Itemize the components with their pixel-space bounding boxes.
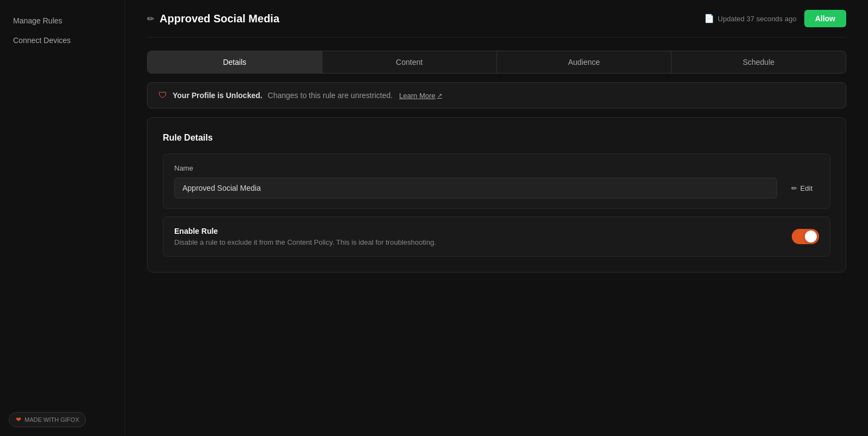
sidebar: Manage Rules Connect Devices (0, 0, 125, 436)
allow-button[interactable]: Allow (804, 10, 846, 27)
enable-rule-left: Enable Rule Disable a rule to exclude it… (174, 227, 436, 246)
page-header: ✏ Approved Social Media 📄 Updated 37 sec… (147, 0, 846, 38)
unlock-icon: 🛡 (158, 90, 167, 100)
learn-more-link[interactable]: Learn More ↗ (399, 92, 442, 100)
profile-unlocked-banner: 🛡 Your Profile is Unlocked. Changes to t… (147, 82, 846, 108)
tab-schedule[interactable]: Schedule (671, 51, 846, 73)
doc-icon: 📄 (704, 14, 714, 23)
updated-text-label: Updated 37 seconds ago (718, 15, 797, 23)
updated-status: 📄 Updated 37 seconds ago (704, 14, 797, 23)
banner-sub-text: Changes to this rule are unrestricted. (268, 91, 393, 100)
edit-name-button[interactable]: ✏ Edit (785, 180, 819, 197)
edit-label: Edit (800, 184, 812, 192)
enable-rule-row: Enable Rule Disable a rule to exclude it… (174, 227, 819, 246)
rule-details-card: Rule Details Name Approved Social Media … (147, 117, 846, 272)
tab-audience[interactable]: Audience (497, 51, 672, 73)
banner-text: Your Profile is Unlocked. Changes to thi… (173, 91, 442, 100)
gifox-badge: ❤ MADE WITH GIFOX (9, 412, 86, 427)
enable-rule-block: Enable Rule Disable a rule to exclude it… (163, 216, 830, 257)
sidebar-item-manage-rules[interactable]: Manage Rules (0, 11, 125, 31)
name-value: Approved Social Media (174, 178, 777, 198)
tab-content[interactable]: Content (322, 51, 497, 73)
rule-details-title: Rule Details (163, 133, 830, 143)
name-field-block: Name Approved Social Media ✏ Edit (163, 154, 830, 209)
main-content: ✏ Approved Social Media 📄 Updated 37 sec… (125, 0, 868, 436)
external-link-icon: ↗ (437, 92, 442, 99)
toggle-track (792, 229, 819, 244)
banner-bold-text: Your Profile is Unlocked. (173, 91, 262, 100)
enable-rule-desc: Disable a rule to exclude it from the Co… (174, 238, 436, 246)
header-left: ✏ Approved Social Media (147, 13, 279, 25)
page-title: Approved Social Media (160, 13, 279, 25)
name-value-row: Approved Social Media ✏ Edit (174, 178, 819, 198)
name-label: Name (174, 164, 819, 172)
header-right: 📄 Updated 37 seconds ago Allow (704, 10, 846, 27)
enable-rule-title: Enable Rule (174, 227, 436, 235)
sidebar-item-connect-devices[interactable]: Connect Devices (0, 31, 125, 50)
edit-pencil-icon: ✏ (791, 184, 797, 192)
toggle-thumb (805, 231, 817, 243)
enable-rule-toggle[interactable] (792, 229, 819, 244)
tab-details[interactable]: Details (148, 51, 322, 73)
tabs-container: Details Content Audience Schedule (147, 51, 846, 74)
gifox-label: MADE WITH GIFOX (25, 416, 79, 423)
gifox-heart-icon: ❤ (16, 416, 21, 423)
edit-title-icon: ✏ (147, 14, 154, 24)
